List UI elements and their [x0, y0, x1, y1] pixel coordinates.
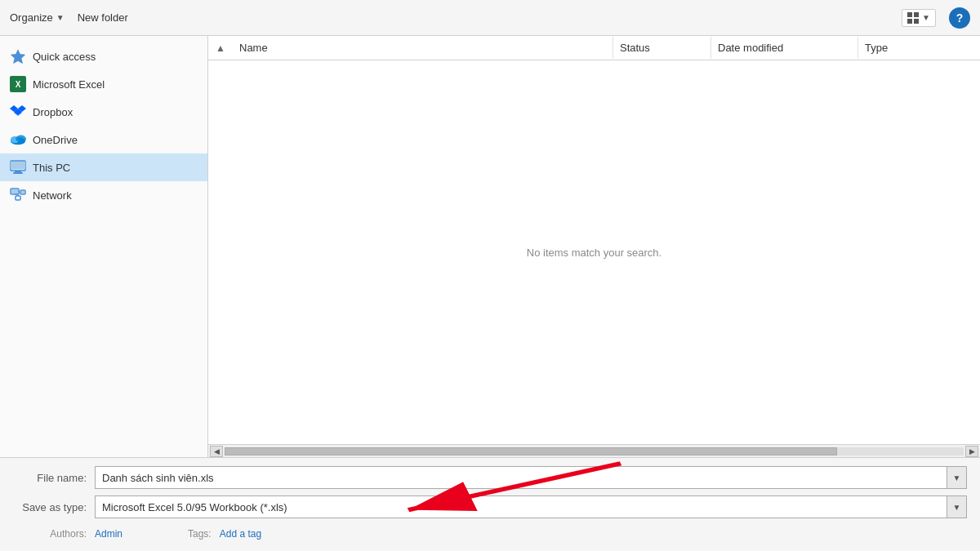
svg-rect-9 — [15, 171, 21, 172]
save-as-type-input-container: ▼ — [95, 495, 967, 518]
scroll-thumb[interactable] — [225, 447, 837, 455]
main-content: Quick access X Microsoft Excel Drop — [0, 36, 980, 457]
file-name-label: File name: — [13, 472, 95, 484]
svg-rect-16 — [16, 196, 20, 200]
svg-marker-0 — [11, 50, 25, 64]
scroll-track[interactable] — [225, 447, 964, 455]
sidebar-item-onedrive[interactable]: OneDrive — [0, 126, 207, 153]
tags-label: Tags: — [122, 528, 220, 540]
thispc-label: This PC — [33, 162, 70, 174]
organize-label: Organize — [10, 11, 53, 24]
sidebar-item-quick-access[interactable]: Quick access — [0, 42, 207, 70]
dropbox-icon — [10, 104, 26, 120]
save-as-type-dropdown-button[interactable]: ▼ — [947, 496, 966, 518]
authors-value[interactable]: Admin — [95, 528, 122, 540]
onedrive-icon — [10, 131, 26, 148]
save-as-type-label: Save as type: — [13, 501, 95, 513]
help-button[interactable]: ? — [949, 7, 970, 29]
thispc-icon — [10, 159, 26, 176]
file-name-input[interactable] — [96, 468, 947, 488]
scroll-right-button[interactable]: ▶ — [965, 446, 978, 457]
view-button[interactable]: ▼ — [902, 9, 936, 27]
quick-access-icon — [10, 48, 26, 64]
organize-dropdown-arrow: ▼ — [56, 13, 65, 22]
file-name-row: File name: ▼ — [13, 466, 967, 489]
svg-rect-8 — [11, 162, 25, 169]
svg-rect-12 — [11, 189, 18, 193]
svg-rect-10 — [13, 172, 23, 174]
authors-label: Authors: — [13, 528, 95, 540]
dropbox-label: Dropbox — [33, 106, 73, 118]
view-icon — [907, 12, 919, 24]
excel-label: Microsoft Excel — [33, 78, 105, 91]
meta-row: Authors: Admin Tags: Add a tag — [13, 525, 967, 543]
column-status[interactable]: Status — [612, 37, 710, 59]
bottom-fields: File name: ▼ Save as type: ▼ Authors: Ad… — [0, 457, 980, 551]
network-icon — [10, 187, 26, 203]
sidebar: Quick access X Microsoft Excel Drop — [0, 36, 208, 457]
horizontal-scrollbar: ◀ ▶ — [208, 444, 980, 457]
column-name[interactable]: Name — [233, 37, 612, 59]
sidebar-item-network[interactable]: Network — [0, 181, 207, 209]
scroll-left-button[interactable]: ◀ — [210, 446, 223, 457]
sidebar-item-dropbox[interactable]: Dropbox — [0, 98, 207, 126]
svg-rect-14 — [21, 191, 24, 193]
excel-icon: X — [10, 76, 26, 92]
empty-message: No items match your search. — [527, 247, 662, 259]
network-label: Network — [33, 189, 72, 202]
sidebar-item-thispc[interactable]: This PC — [0, 153, 207, 181]
save-as-type-row: Save as type: ▼ — [13, 495, 967, 518]
onedrive-label: OneDrive — [33, 134, 78, 146]
save-as-type-input[interactable] — [96, 497, 947, 518]
new-folder-button[interactable]: New folder — [78, 11, 128, 24]
column-type[interactable]: Type — [858, 37, 980, 59]
file-list: No items match your search. — [208, 60, 980, 444]
save-dialog: Organize ▼ New folder ▼ ? — [0, 0, 980, 551]
view-dropdown-arrow: ▼ — [922, 13, 930, 22]
file-name-input-container: ▼ — [95, 466, 967, 489]
tags-value[interactable]: Add a tag — [220, 528, 261, 540]
sidebar-item-excel[interactable]: X Microsoft Excel — [0, 70, 207, 98]
sort-up-arrow[interactable]: ▲ — [208, 42, 233, 54]
svg-point-6 — [16, 136, 26, 143]
toolbar: Organize ▼ New folder ▼ ? — [0, 0, 980, 36]
column-headers: ▲ Name Status Date modified Type — [208, 36, 980, 60]
organize-button[interactable]: Organize ▼ — [10, 11, 65, 24]
file-name-dropdown-button[interactable]: ▼ — [947, 467, 966, 488]
quick-access-label: Quick access — [33, 51, 96, 63]
column-date-modified[interactable]: Date modified — [710, 37, 858, 59]
file-area: ▲ Name Status Date modified Type No item… — [208, 36, 980, 457]
